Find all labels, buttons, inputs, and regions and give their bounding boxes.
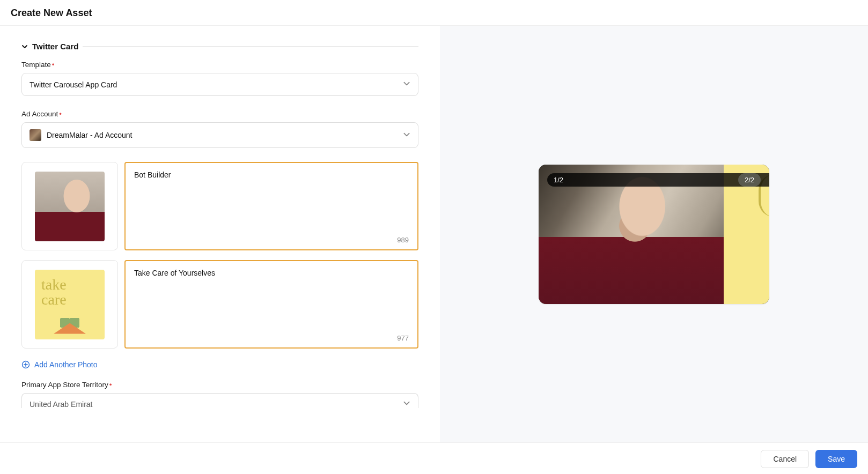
template-select[interactable]: Twitter Carousel App Card xyxy=(21,73,418,96)
ad-account-select[interactable]: DreamMalar - Ad Account xyxy=(21,122,418,148)
section-title: Twitter Card xyxy=(32,42,78,51)
thumbnail-overlay-text: take care xyxy=(41,277,67,307)
page-header: Create New Asset xyxy=(0,0,868,26)
carousel-card-row: take care Take Care of Yourselves 977 xyxy=(21,260,418,349)
card-thumbnail[interactable] xyxy=(21,162,118,250)
plus-circle-icon xyxy=(21,360,30,369)
page-title: Create New Asset xyxy=(11,8,857,19)
territory-label: Primary App Store Territory• xyxy=(21,381,418,389)
required-marker: • xyxy=(59,110,62,118)
save-button[interactable]: Save xyxy=(815,450,857,468)
required-marker: • xyxy=(109,381,112,389)
slide-indicator-next: 2/2 xyxy=(738,173,761,187)
section-divider xyxy=(83,46,418,47)
book-icon xyxy=(54,323,86,334)
section-header-twitter-card[interactable]: Twitter Card xyxy=(21,42,418,51)
template-label-text: Template xyxy=(21,61,51,69)
card-description-input[interactable]: Take Care of Yourselves 977 xyxy=(124,260,418,349)
card-thumbnail[interactable]: take care xyxy=(21,260,118,349)
add-link-text: Add Another Photo xyxy=(34,360,98,369)
template-value: Twitter Carousel App Card xyxy=(30,80,117,89)
form-panel: Twitter Card Template• Twitter Carousel … xyxy=(0,26,440,442)
footer-actions: Cancel Save xyxy=(0,442,868,474)
chevron-down-icon xyxy=(403,80,410,89)
territory-value: United Arab Emirat xyxy=(30,400,93,409)
ad-account-label-text: Ad Account xyxy=(21,110,58,118)
chevron-down-icon xyxy=(403,399,410,408)
card-title-text: Take Care of Yourselves xyxy=(134,269,409,277)
thumbnail-image xyxy=(35,172,105,241)
chevron-down-icon xyxy=(403,131,410,140)
char-counter: 977 xyxy=(397,334,409,342)
ad-account-value: DreamMalar - Ad Account xyxy=(47,131,133,139)
account-avatar xyxy=(30,129,41,141)
thumbnail-image: take care xyxy=(35,270,105,339)
template-label: Template• xyxy=(21,61,418,69)
required-marker: • xyxy=(52,61,55,69)
add-another-photo-link[interactable]: Add Another Photo xyxy=(21,360,98,369)
slide-indicator-current: 1/2 xyxy=(547,173,769,187)
ad-account-label: Ad Account• xyxy=(21,110,418,118)
card-description-input[interactable]: Bot Builder 989 xyxy=(124,162,418,250)
carousel-preview[interactable]: 1/2 2/2 xyxy=(539,165,769,304)
cancel-button[interactable]: Cancel xyxy=(761,450,809,468)
preview-panel: 1/2 2/2 xyxy=(440,26,868,442)
territory-label-text: Primary App Store Territory xyxy=(21,381,108,389)
char-counter: 989 xyxy=(397,236,409,244)
chevron-down-icon xyxy=(21,43,28,50)
territory-select[interactable]: United Arab Emirat xyxy=(21,393,418,408)
carousel-card-row: Bot Builder 989 xyxy=(21,162,418,250)
card-title-text: Bot Builder xyxy=(134,171,409,179)
